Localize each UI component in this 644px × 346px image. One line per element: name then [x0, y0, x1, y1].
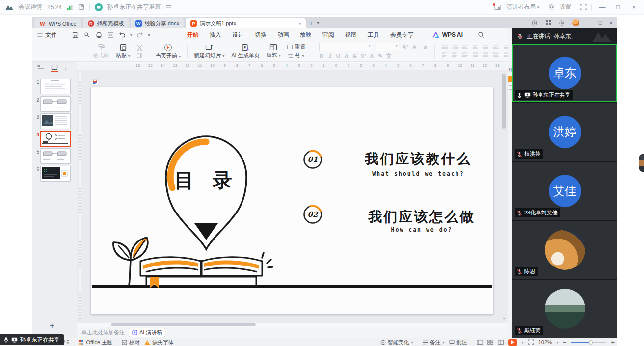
- outline-view-icon[interactable]: [37, 65, 44, 72]
- slide-layout-button[interactable]: 版式 ▾: [263, 42, 284, 61]
- undo-icon[interactable]: [118, 31, 126, 39]
- sharing-badge[interactable]: 孙卓东正在共享: [0, 334, 64, 345]
- menu-tab-3[interactable]: 切换: [250, 29, 271, 41]
- ai-generate-page-button[interactable]: P AI 生成单页: [228, 42, 263, 61]
- mic-muted-icon[interactable]: [517, 33, 523, 39]
- reading-view-icon[interactable]: [498, 340, 504, 345]
- new-slide-button[interactable]: 新建幻灯片 ▾: [190, 42, 228, 61]
- menu-tab-2[interactable]: 设计: [227, 29, 249, 41]
- slide-thumbnail[interactable]: 2: [32, 96, 77, 113]
- vertical-scrollbar[interactable]: [502, 74, 506, 315]
- slide-view-icon[interactable]: [51, 64, 58, 72]
- increase-indent-button[interactable]: [473, 45, 480, 51]
- doc-tab[interactable]: P演示文稿1.pptx●: [186, 18, 306, 28]
- redo-icon[interactable]: [136, 31, 144, 39]
- align-left-button[interactable]: [442, 52, 449, 57]
- slide-thumbnail[interactable]: 6: [32, 166, 77, 183]
- participant-tile[interactable]: 洪婷植洪婷: [512, 103, 617, 162]
- normal-view-icon[interactable]: [477, 340, 483, 345]
- play-options-icon[interactable]: ▾: [522, 340, 524, 345]
- participant-tile[interactable]: 艾佳23化卓刘艾佳: [512, 162, 617, 221]
- text-direction-button[interactable]: [493, 45, 500, 51]
- section-button[interactable]: 节 ▾: [287, 53, 306, 60]
- slide-sorter-view-icon[interactable]: [487, 340, 493, 345]
- menu-tab-9[interactable]: 会员专享: [385, 29, 419, 41]
- paste-button[interactable]: 粘贴 ▾: [112, 42, 134, 61]
- doc-tab[interactable]: WWPS Office: [34, 18, 81, 28]
- presentation-slide[interactable]: 目 录 01我们应该教什么What should we teach?02我们应该…: [91, 87, 493, 314]
- numbering-button[interactable]: [452, 45, 459, 51]
- justify-button[interactable]: [473, 52, 480, 57]
- bullets-button[interactable]: [442, 45, 449, 51]
- font-style-button-I[interactable]: I: [327, 53, 332, 59]
- decrease-font-button[interactable]: A⁻: [413, 44, 420, 50]
- menu-tab-5[interactable]: 放映: [295, 29, 317, 41]
- meeting-detail-link[interactable]: 会议详情: [19, 3, 42, 11]
- indent-left-button[interactable]: [493, 52, 500, 57]
- new-tab-button[interactable]: +: [309, 19, 313, 27]
- align-right-button[interactable]: [462, 52, 469, 57]
- wps-minimize-button[interactable]: —: [586, 19, 592, 26]
- font-style-button-B[interactable]: B: [319, 53, 324, 59]
- undo-dropdown-icon[interactable]: ▾: [130, 33, 132, 37]
- menu-tab-8[interactable]: 工具: [363, 29, 384, 41]
- slide-thumbnail[interactable]: 1: [32, 79, 77, 95]
- font-tool-button[interactable]: A: [370, 53, 375, 59]
- slide-thumbnail[interactable]: 5: [32, 148, 77, 165]
- share-menu-icon[interactable]: [165, 5, 171, 10]
- previous-slide-button[interactable]: ⌃: [502, 317, 506, 322]
- wps-close-button[interactable]: ×: [609, 19, 613, 27]
- font-tool-button[interactable]: 文: [386, 53, 392, 60]
- theme-button[interactable]: Office 主题: [79, 339, 112, 346]
- settings-gear-icon[interactable]: [548, 4, 555, 10]
- preview-icon[interactable]: [107, 31, 114, 39]
- notes-placeholder[interactable]: 单击此处添加备注: [81, 329, 125, 336]
- format-painter-button[interactable]: 格式刷: [89, 42, 112, 61]
- increase-font-button[interactable]: A⁺: [402, 44, 409, 50]
- popout-icon[interactable]: [78, 4, 84, 10]
- wps-ai-menu[interactable]: WPS AI: [433, 31, 463, 38]
- zoom-slider[interactable]: [571, 342, 606, 343]
- doc-tab[interactable]: W经验分享.docx: [131, 18, 184, 28]
- proofread-button[interactable]: 校对: [122, 339, 140, 346]
- print-icon[interactable]: [95, 31, 103, 39]
- search-icon[interactable]: [477, 31, 485, 39]
- participant-tile[interactable]: 戴钰荧: [512, 280, 617, 338]
- fit-window-icon[interactable]: [528, 339, 534, 345]
- line-spacing-button[interactable]: [483, 45, 490, 51]
- save-icon[interactable]: [71, 31, 79, 39]
- copy-icon[interactable]: [136, 53, 143, 58]
- align-center-button[interactable]: [452, 52, 459, 57]
- font-style-button-U[interactable]: U: [336, 53, 341, 59]
- horizontal-scrollbar[interactable]: [111, 323, 256, 326]
- export-icon[interactable]: [83, 31, 91, 39]
- zoom-in-button[interactable]: +: [611, 339, 615, 346]
- participant-tile[interactable]: 卓东孙卓东正在共享: [512, 44, 617, 103]
- cut-icon[interactable]: [136, 45, 143, 51]
- window-maximize-button[interactable]: □: [613, 3, 623, 11]
- menu-tab-4[interactable]: 动画: [272, 29, 294, 41]
- menu-tab-6[interactable]: 审阅: [318, 29, 339, 41]
- account-avatar[interactable]: [572, 19, 579, 26]
- refresh-icon[interactable]: [531, 19, 538, 26]
- zoom-dropdown-icon[interactable]: ▾: [557, 340, 559, 345]
- quickbar-chevron-icon[interactable]: ▾: [148, 32, 150, 38]
- window-minimize-button[interactable]: —: [597, 3, 608, 11]
- play-from-current-button[interactable]: 当页开始 ▾: [152, 42, 184, 61]
- edge-floating-widget[interactable]: [639, 154, 644, 172]
- menu-tab-7[interactable]: 视图: [340, 29, 362, 41]
- font-size-select[interactable]: [376, 43, 399, 51]
- ai-speech-button[interactable]: AI 演讲稿: [129, 328, 165, 337]
- reset-slide-button[interactable]: 重置: [287, 43, 306, 51]
- apps-grid-icon[interactable]: [545, 19, 552, 26]
- decrease-indent-button[interactable]: [462, 45, 469, 51]
- comments-button[interactable]: 批注: [449, 339, 467, 346]
- speaker-layout-icon[interactable]: [494, 4, 501, 10]
- wps-flag-icon[interactable]: [92, 79, 98, 85]
- participant-tile[interactable]: 陈思: [512, 221, 617, 280]
- slide-thumbnail[interactable]: 4: [32, 131, 77, 148]
- font-family-select[interactable]: [319, 43, 372, 51]
- zoom-out-button[interactable]: −: [563, 339, 567, 346]
- smart-beautify-button[interactable]: 智能美化▾: [380, 339, 413, 346]
- font-style-button-S[interactable]: S: [352, 53, 357, 59]
